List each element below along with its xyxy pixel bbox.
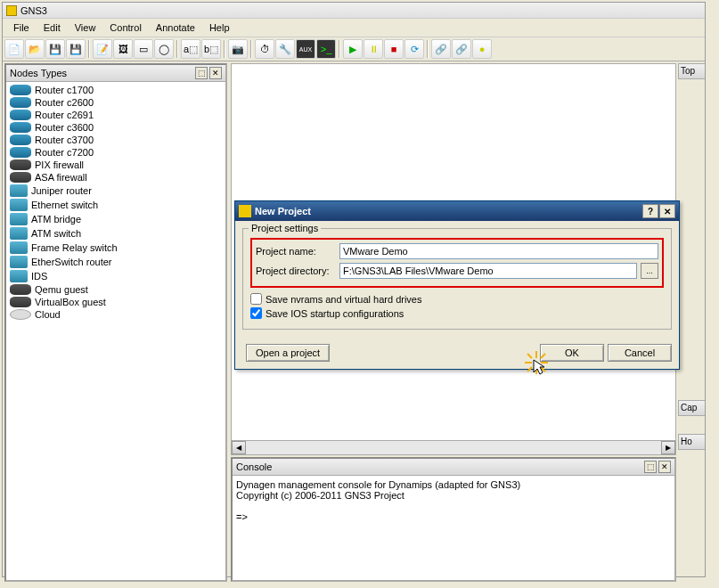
undock-icon[interactable]: ⬚ <box>644 461 657 473</box>
close-icon[interactable]: ✕ <box>209 67 222 79</box>
project-name-label: Project name: <box>256 246 336 257</box>
ellipse-icon[interactable]: ◯ <box>154 39 174 59</box>
reload-icon[interactable]: ⟳ <box>404 39 424 59</box>
hosts-dock[interactable]: Ho <box>678 434 705 450</box>
node-label: PIX firewall <box>35 159 84 170</box>
router-icon <box>10 85 31 95</box>
right-docks: Top Cap Ho <box>678 61 705 584</box>
node-label: Router c1700 <box>35 85 94 95</box>
node-item[interactable]: IDS <box>6 269 225 283</box>
browse-button[interactable]: ... <box>641 263 658 279</box>
nodes-list: Router c1700Router c2600Router c2691Rout… <box>6 82 225 580</box>
node-item[interactable]: Router c3600 <box>6 121 225 134</box>
sw-icon <box>10 199 28 211</box>
cancel-button[interactable]: Cancel <box>608 344 672 362</box>
menu-help[interactable]: Help <box>202 20 237 35</box>
link-icon[interactable]: 🔗 <box>431 39 451 59</box>
node-item[interactable]: Router c1700 <box>6 84 225 96</box>
add-link-icon[interactable]: 🔗 <box>452 39 471 59</box>
fieldset-legend: Project settings <box>249 223 321 233</box>
open-project-button[interactable]: Open a project <box>246 344 330 362</box>
node-item[interactable]: Router c2600 <box>6 96 225 109</box>
console-icon[interactable]: >_ <box>316 39 336 59</box>
highlighted-fields: Project name: Project directory: ... <box>250 238 664 288</box>
node-label: Frame Relay switch <box>31 242 118 253</box>
save-ios-checkbox[interactable] <box>250 307 262 319</box>
app-title: GNS3 <box>20 5 701 16</box>
scroll-right-icon[interactable]: ▶ <box>661 441 675 454</box>
captures-dock[interactable]: Cap <box>678 400 705 416</box>
project-dir-label: Project directory: <box>256 265 336 276</box>
node-item[interactable]: Router c7200 <box>6 146 225 159</box>
topology-dock[interactable]: Top <box>678 63 705 79</box>
sw-icon <box>10 256 28 268</box>
node-item[interactable]: Ethernet switch <box>6 198 225 212</box>
open-icon[interactable]: 📂 <box>25 39 45 59</box>
menu-edit[interactable]: Edit <box>37 20 68 35</box>
node-item[interactable]: Juniper router <box>6 184 225 198</box>
close-icon[interactable]: ✕ <box>659 204 675 218</box>
aux-icon[interactable]: AUX <box>296 39 315 59</box>
image-icon[interactable]: 🖼 <box>113 39 133 59</box>
dialog-title: New Project <box>255 206 642 216</box>
node-item[interactable]: PIX firewall <box>6 159 225 171</box>
status-icon[interactable]: ● <box>472 39 492 59</box>
ok-button[interactable]: OK <box>540 344 604 362</box>
fw-icon <box>10 297 31 307</box>
node-item[interactable]: Router c2691 <box>6 109 225 121</box>
save-ios-label: Save IOS startup configurations <box>266 308 404 319</box>
tool-a-icon[interactable]: a⬚ <box>181 39 200 59</box>
project-settings-group: Project settings Project name: Project d… <box>242 228 672 330</box>
router-icon <box>10 97 31 108</box>
node-label: Router c3700 <box>35 135 94 145</box>
node-item[interactable]: ASA firewall <box>6 171 225 184</box>
pause-icon[interactable]: ⏸ <box>364 39 383 59</box>
node-item[interactable]: Cloud <box>6 308 225 321</box>
node-item[interactable]: ATM switch <box>6 226 225 241</box>
tool-icon[interactable]: 🔧 <box>275 39 295 59</box>
rect-icon[interactable]: ▭ <box>134 39 153 59</box>
node-label: Cloud <box>35 309 61 320</box>
play-icon[interactable]: ▶ <box>343 39 363 59</box>
node-item[interactable]: ATM bridge <box>6 212 225 226</box>
note-icon[interactable]: 📝 <box>93 39 112 59</box>
clock-icon[interactable]: ⏱ <box>255 39 274 59</box>
node-label: VirtualBox guest <box>35 297 106 307</box>
stop-icon[interactable]: ■ <box>384 39 404 59</box>
node-item[interactable]: Qemu guest <box>6 283 225 296</box>
nodes-panel: Nodes Types ⬚ ✕ Router c1700Router c2600… <box>4 63 227 582</box>
menu-view[interactable]: View <box>68 20 103 35</box>
toolbar: 📄 📂 💾 💾 📝 🖼 ▭ ◯ a⬚ b⬚ 📷 ⏱ 🔧 AUX >_ ▶ ⏸ ■… <box>3 37 705 61</box>
new-icon[interactable]: 📄 <box>4 39 24 59</box>
node-label: EtherSwitch router <box>31 257 111 267</box>
console-output[interactable]: Dynagen management console for Dynamips … <box>233 476 674 580</box>
menu-file[interactable]: File <box>6 20 37 35</box>
close-icon[interactable]: ✕ <box>658 461 671 473</box>
nodes-panel-title: Nodes Types <box>10 68 193 78</box>
saveall-icon[interactable]: 💾 <box>66 39 86 59</box>
node-label: Ethernet switch <box>31 200 98 210</box>
dialog-titlebar[interactable]: New Project ? ✕ <box>235 201 679 221</box>
scroll-left-icon[interactable]: ◀ <box>232 441 246 454</box>
undock-icon[interactable]: ⬚ <box>195 67 208 79</box>
new-project-dialog: New Project ? ✕ Project settings Project… <box>234 200 680 370</box>
help-icon[interactable]: ? <box>642 204 658 218</box>
project-name-input[interactable] <box>339 243 658 259</box>
node-label: Router c3600 <box>35 122 94 133</box>
menu-control[interactable]: Control <box>102 20 148 35</box>
scrollbar-horizontal[interactable]: ◀ ▶ <box>231 441 676 455</box>
save-nvram-checkbox[interactable] <box>250 293 262 305</box>
snapshot-icon[interactable]: 📷 <box>228 39 248 59</box>
node-item[interactable]: EtherSwitch router <box>6 255 225 269</box>
project-dir-input[interactable] <box>339 263 637 279</box>
node-item[interactable]: VirtualBox guest <box>6 296 225 308</box>
menu-annotate[interactable]: Annotate <box>149 20 202 35</box>
tool-b-icon[interactable]: b⬚ <box>201 39 221 59</box>
app-icon <box>6 5 17 16</box>
node-label: ASA firewall <box>35 172 87 183</box>
router-icon <box>10 110 31 120</box>
node-label: ATM bridge <box>31 214 81 225</box>
node-item[interactable]: Router c3700 <box>6 134 225 146</box>
save-icon[interactable]: 💾 <box>45 39 65 59</box>
node-item[interactable]: Frame Relay switch <box>6 241 225 255</box>
